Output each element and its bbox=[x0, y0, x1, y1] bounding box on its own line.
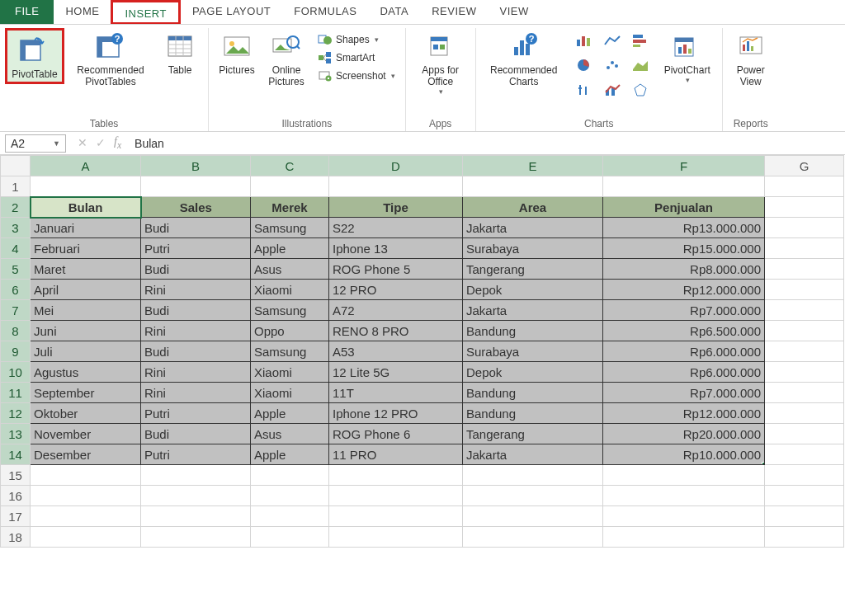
cell[interactable] bbox=[31, 527, 141, 548]
table-cell[interactable]: A72 bbox=[329, 300, 463, 321]
table-cell[interactable]: Oppo bbox=[251, 321, 329, 341]
table-cell[interactable]: ROG Phone 5 bbox=[329, 259, 463, 280]
column-header[interactable]: E bbox=[463, 156, 603, 176]
table-cell[interactable]: Mei bbox=[31, 300, 141, 321]
table-cell[interactable]: Budi bbox=[141, 259, 251, 280]
enter-icon[interactable]: ✓ bbox=[96, 136, 106, 149]
pivotchart-button[interactable]: PivotChart▾ bbox=[658, 28, 717, 86]
row-header[interactable]: 15 bbox=[1, 465, 31, 486]
pictures-button[interactable]: Pictures bbox=[214, 28, 260, 78]
table-header-cell[interactable]: Bulan bbox=[31, 197, 141, 218]
table-cell[interactable]: Rp7.000.000 bbox=[603, 383, 765, 403]
chart-bar-button[interactable] bbox=[628, 31, 653, 49]
table-cell[interactable]: Depok bbox=[463, 362, 603, 383]
cell[interactable] bbox=[765, 403, 844, 424]
table-cell[interactable]: S22 bbox=[329, 218, 463, 238]
table-cell[interactable]: Rp15.000.000 bbox=[603, 238, 765, 259]
chart-scatter-button[interactable] bbox=[600, 56, 625, 74]
table-cell[interactable]: Depok bbox=[463, 280, 603, 300]
table-cell[interactable]: September bbox=[31, 383, 141, 403]
table-cell[interactable]: Xiaomi bbox=[251, 383, 329, 403]
smartart-button[interactable]: SmartArt bbox=[313, 49, 400, 66]
table-cell[interactable]: Rini bbox=[141, 321, 251, 341]
table-cell[interactable]: Budi bbox=[141, 218, 251, 238]
tab-home[interactable]: HOME bbox=[54, 0, 111, 24]
cell[interactable] bbox=[251, 506, 329, 527]
cell[interactable] bbox=[141, 176, 251, 197]
shapes-button[interactable]: Shapes▾ bbox=[313, 31, 400, 48]
table-cell[interactable]: Oktober bbox=[31, 403, 141, 424]
table-cell[interactable]: Februari bbox=[31, 238, 141, 259]
column-header[interactable]: C bbox=[251, 156, 329, 176]
table-cell[interactable]: Maret bbox=[31, 259, 141, 280]
row-header[interactable]: 2 bbox=[1, 197, 31, 218]
row-header[interactable]: 5 bbox=[1, 259, 31, 280]
table-cell[interactable]: 12 Lite 5G bbox=[329, 362, 463, 383]
column-header[interactable]: B bbox=[141, 156, 251, 176]
cell[interactable] bbox=[765, 506, 844, 527]
cell[interactable] bbox=[765, 341, 844, 362]
cell[interactable] bbox=[765, 383, 844, 403]
cell[interactable] bbox=[765, 321, 844, 341]
screenshot-button[interactable]: Screenshot▾ bbox=[313, 68, 400, 84]
table-cell[interactable]: Bandung bbox=[463, 383, 603, 403]
cell[interactable] bbox=[765, 259, 844, 280]
cell[interactable] bbox=[603, 176, 765, 197]
table-cell[interactable]: Rp20.000.000 bbox=[603, 424, 765, 444]
row-header[interactable]: 3 bbox=[1, 218, 31, 238]
cell[interactable] bbox=[141, 465, 251, 486]
chart-area-button[interactable] bbox=[628, 56, 653, 74]
pivottable-button[interactable]: PivotTable bbox=[5, 28, 64, 84]
cell[interactable] bbox=[463, 506, 603, 527]
apps-for-office-button[interactable]: Apps for Office▾ bbox=[411, 28, 470, 97]
recommended-pivottables-button[interactable]: ? Recommended PivotTables bbox=[68, 28, 153, 89]
row-header[interactable]: 10 bbox=[1, 362, 31, 383]
row-header[interactable]: 1 bbox=[1, 176, 31, 197]
table-button[interactable]: Table bbox=[157, 28, 203, 78]
row-header[interactable]: 14 bbox=[1, 444, 31, 465]
column-header[interactable]: G bbox=[765, 156, 844, 176]
cell[interactable] bbox=[329, 465, 463, 486]
table-cell[interactable]: Juni bbox=[31, 321, 141, 341]
row-header[interactable]: 6 bbox=[1, 280, 31, 300]
table-cell[interactable]: RENO 8 PRO bbox=[329, 321, 463, 341]
cell[interactable] bbox=[141, 486, 251, 506]
table-cell[interactable]: Rp12.000.000 bbox=[603, 280, 765, 300]
cell[interactable] bbox=[765, 238, 844, 259]
table-cell[interactable]: Agustus bbox=[31, 362, 141, 383]
row-header[interactable]: 11 bbox=[1, 383, 31, 403]
table-cell[interactable]: Tangerang bbox=[463, 424, 603, 444]
insert-function-icon[interactable]: fx bbox=[114, 135, 121, 151]
cell[interactable] bbox=[765, 176, 844, 197]
chart-stock-button[interactable] bbox=[572, 81, 597, 99]
table-cell[interactable]: Xiaomi bbox=[251, 362, 329, 383]
table-cell[interactable]: Iphone 12 PRO bbox=[329, 403, 463, 424]
row-header[interactable]: 17 bbox=[1, 506, 31, 527]
cell[interactable] bbox=[603, 465, 765, 486]
row-header[interactable]: 16 bbox=[1, 486, 31, 506]
table-cell[interactable]: Putri bbox=[141, 238, 251, 259]
tab-review[interactable]: REVIEW bbox=[420, 0, 488, 24]
table-cell[interactable]: Jakarta bbox=[463, 444, 603, 465]
chart-combo-button[interactable] bbox=[600, 81, 625, 99]
online-pictures-button[interactable]: Online Pictures bbox=[263, 28, 309, 89]
table-cell[interactable]: Apple bbox=[251, 444, 329, 465]
cell[interactable] bbox=[329, 486, 463, 506]
cell[interactable] bbox=[251, 527, 329, 548]
table-cell[interactable]: ROG Phone 6 bbox=[329, 424, 463, 444]
recommended-charts-button[interactable]: ? Recommended Charts bbox=[481, 28, 567, 89]
table-cell[interactable]: Budi bbox=[141, 300, 251, 321]
cell[interactable] bbox=[765, 527, 844, 548]
table-cell[interactable]: Rp12.000.000 bbox=[603, 403, 765, 424]
chart-pie-button[interactable] bbox=[572, 56, 597, 74]
table-cell[interactable]: Apple bbox=[251, 403, 329, 424]
column-header[interactable]: F bbox=[603, 156, 765, 176]
cell[interactable] bbox=[463, 465, 603, 486]
table-cell[interactable]: Tangerang bbox=[463, 259, 603, 280]
table-header-cell[interactable]: Area bbox=[463, 197, 603, 218]
table-cell[interactable]: Juli bbox=[31, 341, 141, 362]
table-cell[interactable]: Budi bbox=[141, 341, 251, 362]
table-header-cell[interactable]: Sales bbox=[141, 197, 251, 218]
cell[interactable] bbox=[141, 527, 251, 548]
cell[interactable] bbox=[603, 486, 765, 506]
